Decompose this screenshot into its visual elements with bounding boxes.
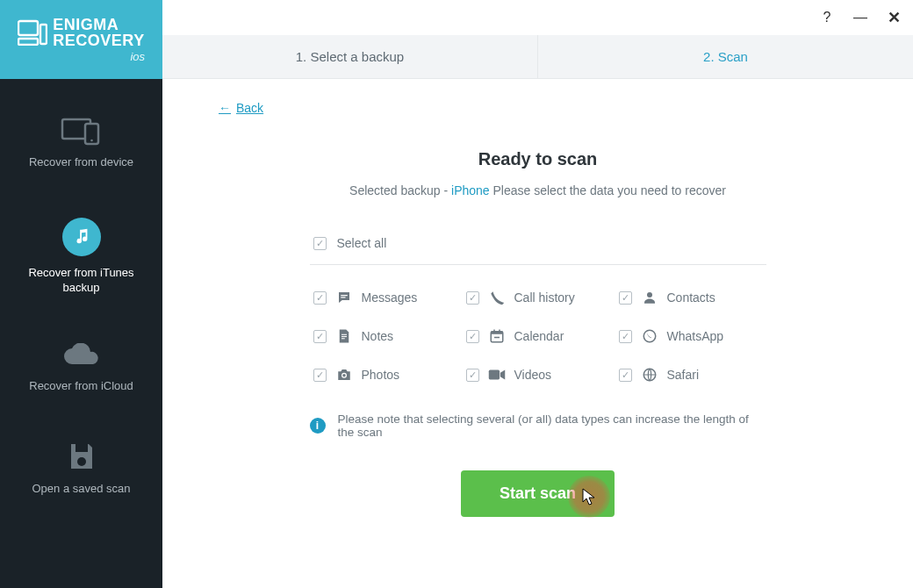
type-messages[interactable]: Messages <box>313 290 457 305</box>
subtitle: Selected backup - iPhone Please select t… <box>203 183 873 197</box>
svg-rect-2 <box>40 25 47 44</box>
type-label: Messages <box>362 290 418 305</box>
svg-point-7 <box>77 457 86 466</box>
svg-rect-16 <box>493 330 495 333</box>
svg-point-5 <box>90 140 93 142</box>
brand-line2: RECOVERY <box>53 32 144 48</box>
type-label: Safari <box>667 368 700 382</box>
type-label: Call history <box>514 290 575 305</box>
step-scan[interactable]: 2. Scan <box>538 35 913 78</box>
svg-rect-15 <box>491 332 503 334</box>
brand-sub: ios <box>130 50 145 63</box>
note-text: Please note that selecting several (or a… <box>338 412 766 439</box>
checkbox[interactable] <box>619 330 632 343</box>
svg-rect-17 <box>499 330 500 333</box>
checkbox[interactable] <box>313 369 327 382</box>
video-icon <box>488 369 506 381</box>
main-content: ← Back Ready to scan Selected backup - i… <box>162 79 913 588</box>
type-label: Calendar <box>514 329 564 343</box>
select-all-label: Select all <box>337 236 387 250</box>
checkbox[interactable] <box>619 291 632 305</box>
calendar-icon <box>488 328 506 344</box>
type-notes[interactable]: Notes <box>313 328 457 344</box>
type-contacts[interactable]: Contacts <box>619 290 763 305</box>
type-label: WhatsApp <box>667 329 724 343</box>
camera-icon <box>335 368 353 382</box>
svg-rect-6 <box>75 444 88 452</box>
svg-rect-0 <box>18 21 38 35</box>
sidebar-item-label: Recover from iCloud <box>29 378 133 394</box>
svg-rect-12 <box>341 336 347 337</box>
sidebar-recover-icloud[interactable]: Recover from iCloud <box>0 324 162 413</box>
messages-icon <box>335 290 353 305</box>
svg-rect-8 <box>341 295 348 296</box>
type-whatsapp[interactable]: WhatsApp <box>619 328 763 344</box>
back-link[interactable]: ← Back <box>219 101 263 115</box>
sidebar: Recover from device Recover from iTunes … <box>0 79 162 588</box>
info-note: i Please note that selecting several (or… <box>310 412 766 439</box>
svg-point-21 <box>342 374 345 376</box>
svg-point-19 <box>643 330 656 342</box>
document-icon <box>335 328 353 344</box>
type-label: Videos <box>514 368 552 382</box>
sidebar-recover-itunes[interactable]: Recover from iTunes backup <box>0 198 162 315</box>
start-scan-button[interactable]: Start scan <box>461 470 615 517</box>
help-button[interactable]: ? <box>818 9 836 26</box>
back-arrow-icon: ← <box>219 101 231 115</box>
person-icon <box>641 290 658 305</box>
checkbox[interactable] <box>313 291 327 305</box>
type-label: Contacts <box>667 290 715 305</box>
sidebar-open-saved-scan[interactable]: Open a saved scan <box>0 421 162 516</box>
svg-rect-18 <box>494 337 500 339</box>
step-select-backup[interactable]: 1. Select a backup <box>162 35 538 78</box>
sidebar-item-label: Recover from iTunes backup <box>9 265 154 296</box>
type-calendar[interactable]: Calendar <box>466 328 610 344</box>
close-button[interactable]: ✕ <box>885 9 902 26</box>
sidebar-item-label: Open a saved scan <box>32 481 130 497</box>
type-call-history[interactable]: Call history <box>466 290 610 305</box>
svg-rect-9 <box>341 297 345 298</box>
checkbox[interactable] <box>313 330 327 343</box>
brand-line1: ENIGMA <box>53 17 144 32</box>
page-title: Ready to scan <box>203 149 873 169</box>
device-icon <box>61 116 103 146</box>
svg-point-10 <box>647 292 652 298</box>
logo-icon <box>18 19 47 46</box>
whatsapp-icon <box>641 328 658 344</box>
type-label: Notes <box>362 329 394 343</box>
type-label: Photos <box>362 368 400 382</box>
phone-icon <box>488 290 506 305</box>
data-type-grid: Messages Call history Contacts <box>310 265 766 391</box>
header: ENIGMA RECOVERY ios 1. Select a backup 2… <box>0 35 913 79</box>
info-icon: i <box>310 418 326 434</box>
sidebar-recover-device[interactable]: Recover from device <box>0 97 162 190</box>
device-name: iPhone <box>451 183 490 197</box>
globe-icon <box>641 367 658 383</box>
back-label: Back <box>236 101 263 115</box>
svg-rect-13 <box>341 338 345 339</box>
sidebar-item-label: Recover from device <box>29 154 133 170</box>
checkbox[interactable] <box>466 291 479 305</box>
select-all-row[interactable]: Select all <box>310 229 766 265</box>
checkbox[interactable] <box>466 330 479 343</box>
type-videos[interactable]: Videos <box>466 367 610 383</box>
save-icon <box>66 441 97 472</box>
type-photos[interactable]: Photos <box>313 367 457 383</box>
music-note-icon <box>62 218 101 256</box>
app-logo: ENIGMA RECOVERY ios <box>0 0 162 79</box>
checkbox-select-all[interactable] <box>313 237 327 250</box>
svg-rect-1 <box>18 39 38 45</box>
checkbox[interactable] <box>466 369 479 382</box>
subtitle-prefix: Selected backup - <box>349 183 451 197</box>
checkbox[interactable] <box>619 369 632 382</box>
subtitle-suffix: Please select the data you need to recov… <box>490 183 726 197</box>
data-type-panel: Select all Messages Call history <box>310 229 766 517</box>
type-safari[interactable]: Safari <box>619 367 763 383</box>
svg-rect-11 <box>341 334 347 335</box>
svg-rect-22 <box>488 370 499 380</box>
stepper: 1. Select a backup 2. Scan <box>162 35 913 79</box>
cloud-icon <box>61 343 102 369</box>
minimize-button[interactable]: — <box>852 9 869 26</box>
